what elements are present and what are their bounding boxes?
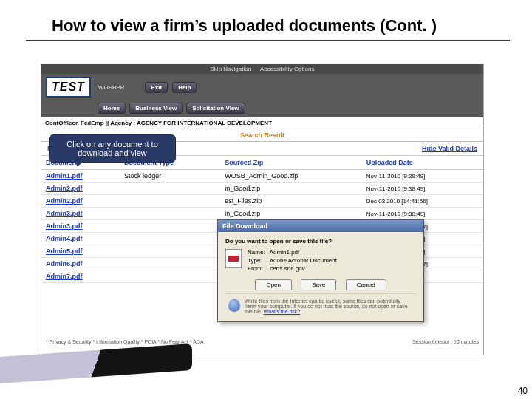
cell-zip: in_Good.zip — [220, 183, 362, 195]
cell-date: Nov-11-2010 [9:38:49] — [362, 183, 483, 195]
document-link[interactable]: Admin6.pdf — [41, 258, 120, 270]
slide-decoration — [0, 344, 192, 383]
app-footer: * Privacy & Security * Information Quali… — [46, 339, 479, 344]
cell-type — [120, 183, 220, 195]
from-label: From: — [248, 265, 268, 272]
document-link[interactable]: Admin3.pdf — [41, 208, 120, 220]
file-type: Adobe Acrobat Document — [270, 257, 337, 264]
cell-date: Nov-11-2010 [9:38:49] — [362, 208, 483, 220]
cell-type — [120, 220, 220, 233]
document-link[interactable]: Admin5.pdf — [41, 245, 120, 258]
slide-title: How to view a firm’s uploaded documents … — [26, 0, 510, 41]
table-row: Admin2.pdfest_Files.zipDec 03 2010 [14:4… — [41, 195, 483, 208]
cell-type — [120, 208, 220, 220]
application-screenshot: Skip Navigation Accessibility Options TE… — [41, 64, 484, 355]
file-download-dialog: File Download Do you want to open or sav… — [217, 219, 424, 322]
logo: TEST — [46, 77, 91, 98]
cell-zip: est_Files.zip — [220, 195, 362, 208]
dialog-question: Do you want to open or save this file? — [225, 238, 416, 245]
cell-type — [120, 195, 220, 208]
cancel-button[interactable]: Cancel — [346, 279, 386, 290]
footer-links-left[interactable]: * Privacy & Security * Information Quali… — [46, 339, 204, 344]
cell-type — [120, 233, 220, 245]
document-link[interactable]: Admin7.pdf — [41, 270, 120, 283]
save-button[interactable]: Save — [301, 279, 336, 290]
business-view-button[interactable]: Business View — [129, 103, 183, 114]
solicitation-view-button[interactable]: Solicitation View — [186, 103, 245, 114]
type-label: Type: — [248, 257, 268, 264]
help-button[interactable]: Help — [172, 82, 197, 93]
cell-type — [120, 258, 220, 270]
table-row: Admin3.pdfin_Good.zipNov-11-2010 [9:38:4… — [41, 208, 483, 220]
col-sourced-zip: Sourced Zip — [220, 156, 362, 170]
nav-row: Home Business View Solicitation View — [41, 100, 483, 117]
hide-valid-details-link[interactable]: Hide Valid Details — [422, 145, 477, 152]
page-number: 40 — [518, 386, 528, 396]
table-row: Admin1.pdfStock ledgerWOSB_Admin_Good.zi… — [41, 170, 483, 183]
agency-info: ContOfficer, FedEmp || Agency : AGENCY F… — [41, 117, 483, 129]
header-bar: TEST WOSBPR Exit Help — [41, 74, 483, 100]
cell-date: Nov-11-2010 [9:38:49] — [362, 170, 483, 183]
document-link[interactable]: Admin3.pdf — [41, 220, 120, 233]
cell-type — [120, 245, 220, 258]
cell-date: Dec 03 2010 [14:41:56] — [362, 195, 483, 208]
instruction-callout: Click on any document to download and vi… — [49, 134, 176, 163]
cell-type: Stock ledger — [120, 170, 220, 183]
shield-icon — [228, 299, 240, 312]
document-link[interactable]: Admin2.pdf — [41, 195, 120, 208]
skip-navigation-link[interactable]: Skip Navigation — [211, 66, 252, 72]
dialog-file-meta: Name: Admin1.pdf Type: Adobe Acrobat Doc… — [248, 249, 337, 273]
file-name: Admin1.pdf — [270, 249, 299, 256]
exit-button[interactable]: Exit — [145, 82, 168, 93]
pdf-icon — [225, 249, 242, 268]
file-from: certs.sba.gov — [270, 265, 305, 272]
accessibility-options-link[interactable]: Accessibility Options — [260, 66, 314, 72]
dialog-title: File Download — [218, 220, 423, 232]
cell-type — [120, 270, 220, 283]
cell-zip: in_Good.zip — [220, 208, 362, 220]
home-button[interactable]: Home — [98, 103, 126, 114]
col-uploaded-date: Uploaded Date — [362, 156, 483, 170]
app-abbrev: WOSBPR — [98, 84, 125, 91]
open-button[interactable]: Open — [255, 279, 292, 290]
whats-the-risk-link[interactable]: What's the risk? — [264, 309, 301, 314]
skip-nav-bar: Skip Navigation Accessibility Options — [41, 64, 483, 74]
document-link[interactable]: Admin4.pdf — [41, 233, 120, 245]
name-label: Name: — [248, 249, 268, 256]
cell-zip: WOSB_Admin_Good.zip — [220, 170, 362, 183]
session-timeout: Session timeout : 60 minutes — [412, 339, 479, 344]
document-link[interactable]: Admin2.pdf — [41, 183, 120, 195]
table-row: Admin2.pdfin_Good.zipNov-11-2010 [9:38:4… — [41, 183, 483, 195]
dialog-warning-text: While files from the Internet can be use… — [245, 299, 413, 314]
